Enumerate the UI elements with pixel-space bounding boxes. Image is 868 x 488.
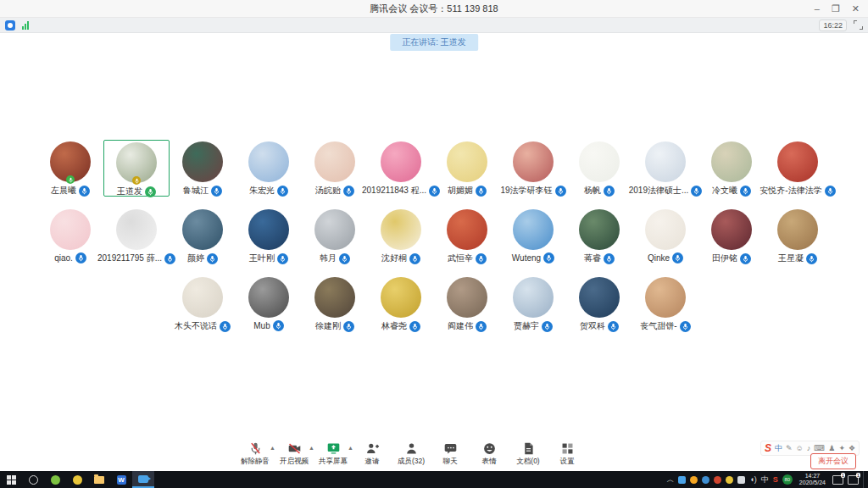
participant-tile[interactable]: 丧气甜饼- [632,275,698,332]
participant-name: 2019211843 程... [362,185,426,197]
invite-button[interactable]: 邀请 [354,441,390,467]
members-button[interactable]: 成员(32) [393,441,429,467]
ime-tool-icon[interactable]: ♪ [807,444,811,452]
start-button[interactable] [0,471,22,488]
invite-icon [365,441,380,456]
ime-status-icon[interactable]: 1 [832,475,843,485]
participant-tile[interactable]: 杨帆 [566,140,632,197]
participant-tile[interactable]: qiao. [37,208,103,264]
participant-tile[interactable]: 胡媚媚 [434,140,500,197]
participant-name: 林睿尧 [381,320,407,332]
globe-tray-icon[interactable] [702,476,709,484]
avatar [116,142,157,183]
participant-tile[interactable]: 2019211795 薛... [103,208,170,264]
hidden-icons-chevron[interactable]: ︿ [666,474,674,485]
ime-tool-icon[interactable]: ⌨ [814,444,825,452]
minimize-button[interactable]: – [815,3,820,14]
participant-tile[interactable]: 韩月 [302,208,368,264]
participant-tile[interactable]: 王叶刚 [236,208,302,264]
battery-tray-icon[interactable]: 80 [782,474,793,485]
avatar [116,209,157,250]
avatar [447,277,487,318]
participant-name: 19法学研李钰 [500,185,552,197]
sogou-tray-icon[interactable]: S [773,475,778,484]
participant-tile[interactable]: 田伊铭 [698,208,765,264]
mic-status-icon [339,253,350,264]
action-center-icon[interactable]: 1 [848,475,859,485]
participant-name: 安悦齐-法律法学 [760,185,821,197]
menu-arrow-icon[interactable]: ▲ [309,445,314,451]
menu-arrow-icon[interactable]: ▲ [270,445,275,451]
participant-tile[interactable]: 林睿尧 [368,275,434,332]
ime-tool-icon[interactable]: ♟ [828,444,835,452]
avatar [314,277,355,318]
participant-tile[interactable]: Qinke [632,208,698,264]
participant-tile[interactable]: 贺双科 [566,275,632,332]
ime-mode-indicator[interactable]: 中 [761,474,769,485]
app-globe-icon[interactable] [66,471,88,488]
sogou-logo-icon[interactable]: S [765,442,771,454]
emoji-button[interactable]: 表情 [471,441,507,467]
ime-tool-icon[interactable]: 中 [775,443,782,454]
camera-off-button[interactable]: 开启视频▲ [276,441,312,467]
participant-tile[interactable]: 王道发 [103,140,170,197]
participant-name: 贾赫宇 [514,320,539,332]
ime-tool-icon[interactable]: ✦ [838,444,845,452]
participant-tile[interactable]: 颜婷 [170,208,236,264]
menu-arrow-icon[interactable]: ▲ [348,445,353,451]
app-browser-green-icon[interactable] [44,471,66,488]
ime-tool-icon[interactable]: ❖ [849,444,855,452]
participant-tile[interactable]: 鲁城江 [170,140,236,197]
participant-tile[interactable]: 贾赫宇 [500,275,566,332]
avatar [513,209,554,250]
participant-tile[interactable]: 安悦齐-法律法学 [765,140,831,197]
leave-meeting-button[interactable]: 离开会议 [810,453,856,469]
wps-icon[interactable]: W [110,471,132,488]
mic-muted-button[interactable]: 解除静音▲ [237,441,273,467]
participant-tile[interactable]: 左晨曦 [37,140,103,197]
participant-tile[interactable]: 王星凝 [765,208,831,264]
participant-tile[interactable]: 沈好桐 [368,208,434,264]
display-tray-icon[interactable] [737,476,745,484]
chat-tray-icon[interactable] [678,476,686,484]
red-app-tray-icon[interactable] [714,476,721,484]
orange-app-tray-icon[interactable] [690,476,698,484]
maximize-button[interactable]: ❐ [832,3,840,14]
participant-tile[interactable]: 蒋睿 [566,208,632,264]
participant-tile[interactable]: Wuteng [500,208,566,264]
settings-button[interactable]: 设置 [549,441,585,467]
participant-tile[interactable]: 汤皖贻 [302,140,368,197]
file-explorer-icon[interactable] [88,471,110,488]
fullscreen-icon[interactable] [854,20,863,30]
avatar [711,141,752,182]
mic-status-icon [825,186,836,197]
participant-tile[interactable]: 木头不说话 [170,275,236,332]
volume-icon[interactable]: ◖) [749,475,756,484]
close-button[interactable]: ✕ [852,3,860,14]
chat-button[interactable]: 聊天 [432,441,468,467]
participant-tile[interactable]: Mub [236,275,302,332]
participant-tile[interactable]: 19法学研李钰 [500,140,566,197]
mic-status-icon [476,321,487,332]
participant-tile[interactable]: 2019法律硕士... [632,140,698,197]
participant-tile[interactable]: 阎建伟 [434,275,500,332]
shield-tray-icon[interactable] [726,476,733,484]
ime-tool-icon[interactable]: ☺ [796,444,804,452]
participant-tile[interactable]: 2019211843 程... [368,140,434,197]
system-clock[interactable]: 14:27 2020/5/24 [797,473,828,486]
ime-tool-icon[interactable]: ✎ [786,444,793,452]
mic-status-icon [79,186,90,197]
docs-button[interactable]: 文档(0) [510,441,546,467]
share-screen-button[interactable]: 共享屏幕▲ [315,441,351,467]
participant-name: 颜婷 [187,252,204,264]
participant-tile[interactable]: 冷文曦 [698,140,765,197]
search-button[interactable] [22,471,44,488]
participant-tile[interactable]: 武恒辛 [434,208,500,264]
participant-name: 木头不说话 [175,320,217,332]
tencent-meeting-taskbar-icon[interactable] [132,471,154,488]
show-desktop-button[interactable] [863,471,866,488]
avatar [50,209,91,250]
mic-status-icon [277,253,288,264]
participant-tile[interactable]: 徐建刚 [302,275,368,332]
participant-tile[interactable]: 朱宏光 [236,140,302,197]
